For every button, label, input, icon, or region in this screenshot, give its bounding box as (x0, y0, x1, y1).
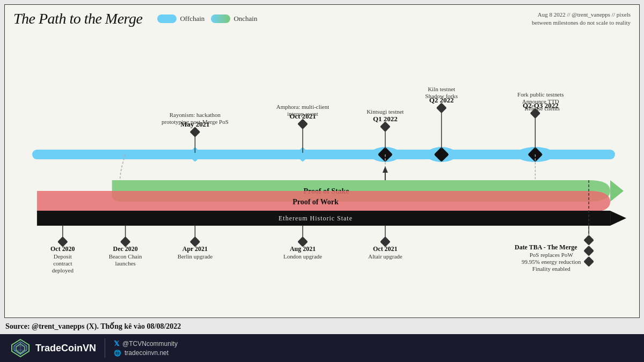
svg-text:Finality enabled: Finality enabled (532, 265, 570, 272)
footer-links: 𝕏 @TCVNcommunity 🌐 tradecoinvn.net (114, 339, 178, 357)
svg-text:London upgrade: London upgrade (283, 253, 322, 260)
legend: Offchain Onchain (157, 14, 257, 23)
offchain-badge (157, 14, 177, 23)
svg-text:Kintsugi testnet: Kintsugi testnet (367, 108, 404, 115)
web-icon: 🌐 (114, 350, 121, 357)
svg-text:Release clients: Release clients (525, 105, 560, 112)
svg-text:Fork public testnets: Fork public testnets (517, 91, 564, 98)
svg-text:Berlin upgrade: Berlin upgrade (178, 253, 213, 260)
main-container: The Path to the Merge Offchain Onchain A… (0, 0, 644, 362)
offchain-label: Offchain (180, 14, 204, 23)
svg-text:PoS replaces PoW: PoS replaces PoW (530, 252, 574, 258)
diagram-area: The Path to the Merge Offchain Onchain A… (4, 4, 640, 318)
svg-text:launches: launches (115, 260, 135, 267)
diagram-title: The Path to the Merge (13, 10, 142, 27)
svg-text:prototyping post-Merge PoS: prototyping post-Merge PoS (162, 119, 229, 125)
svg-rect-66 (583, 235, 594, 246)
svg-marker-40 (383, 166, 388, 173)
svg-text:99.95% energy reduction: 99.95% energy reduction (522, 258, 581, 265)
svg-text:Kiln testnet: Kiln testnet (428, 86, 455, 92)
svg-marker-37 (610, 211, 626, 226)
svg-rect-20 (380, 121, 391, 132)
svg-text:Q1 2022: Q1 2022 (373, 115, 398, 123)
timeline-svg: May 2021 Rayonism: hackathon prototyping… (5, 34, 639, 317)
twitter-handle: @TCVNcommunity (122, 340, 178, 348)
svg-text:Oct 2020: Oct 2020 (50, 245, 75, 253)
source-bar: Source: @trent_vanepps (X). Thống kê vào… (0, 318, 644, 334)
onchain-label: Onchain (233, 14, 257, 23)
svg-text:contract: contract (53, 260, 72, 267)
svg-text:deployed: deployed (52, 267, 74, 274)
legend-offchain: Offchain (157, 14, 204, 23)
svg-text:Proof of Work: Proof of Work (292, 198, 339, 206)
svg-text:interop event: interop event (287, 110, 318, 117)
legend-onchain: Onchain (211, 14, 257, 23)
svg-rect-15 (297, 119, 308, 129)
header-note: Aug 8 2022 // @trent_vanepps // pixelsbe… (532, 11, 631, 27)
svg-marker-73 (610, 180, 624, 202)
svg-text:Altair upgrade: Altair upgrade (368, 253, 402, 260)
footer-divider (105, 338, 105, 358)
source-text: Source: @trent_vanepps (X). Thống kê vào… (5, 322, 181, 331)
footer-logo: TradeCoinVN (11, 338, 96, 358)
footer-bar: TradeCoinVN 𝕏 @TCVNcommunity 🌐 tradecoin… (0, 334, 644, 362)
svg-rect-67 (583, 246, 594, 256)
svg-text:Shadow forks: Shadow forks (425, 93, 458, 99)
footer-twitter: 𝕏 @TCVNcommunity (114, 339, 178, 348)
diagram-header: The Path to the Merge Offchain Onchain A… (5, 5, 639, 31)
svg-text:Oct 2021: Oct 2021 (373, 245, 398, 253)
website-url: tradecoinvn.net (125, 349, 169, 357)
svg-text:Ethereum Historic State: Ethereum Historic State (279, 215, 353, 222)
footer-brand: TradeCoinVN (35, 343, 96, 354)
svg-text:Amphora: multi-client: Amphora: multi-client (276, 104, 329, 110)
svg-text:Beacon Chain: Beacon Chain (109, 253, 142, 260)
svg-text:Deposit: Deposit (54, 253, 72, 260)
onchain-badge (211, 14, 230, 23)
svg-text:Date TBA - The Merge: Date TBA - The Merge (515, 243, 577, 251)
svg-text:Announce TTD: Announce TTD (522, 98, 559, 105)
svg-rect-10 (190, 127, 201, 137)
svg-text:Aug 2021: Aug 2021 (290, 245, 316, 253)
svg-text:Rayonism: hackathon: Rayonism: hackathon (170, 112, 221, 118)
svg-text:Apr 2021: Apr 2021 (182, 245, 208, 253)
svg-rect-24 (436, 102, 447, 113)
svg-rect-68 (583, 256, 594, 267)
logo-icon (11, 338, 30, 358)
twitter-icon: 𝕏 (114, 339, 119, 348)
footer-website: 🌐 tradecoinvn.net (114, 349, 178, 357)
svg-text:Dec 2020: Dec 2020 (113, 245, 138, 253)
